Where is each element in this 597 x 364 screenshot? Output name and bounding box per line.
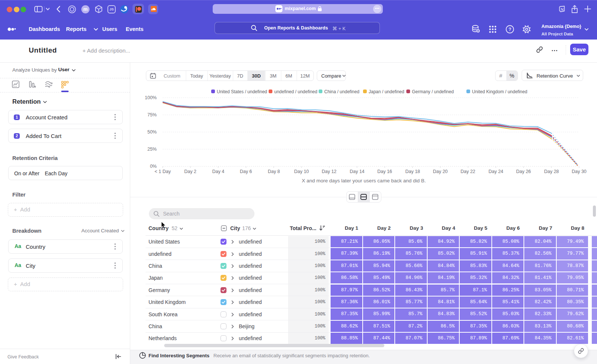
svg-text:N: N — [561, 7, 564, 12]
svg-text:?: ? — [509, 27, 512, 32]
